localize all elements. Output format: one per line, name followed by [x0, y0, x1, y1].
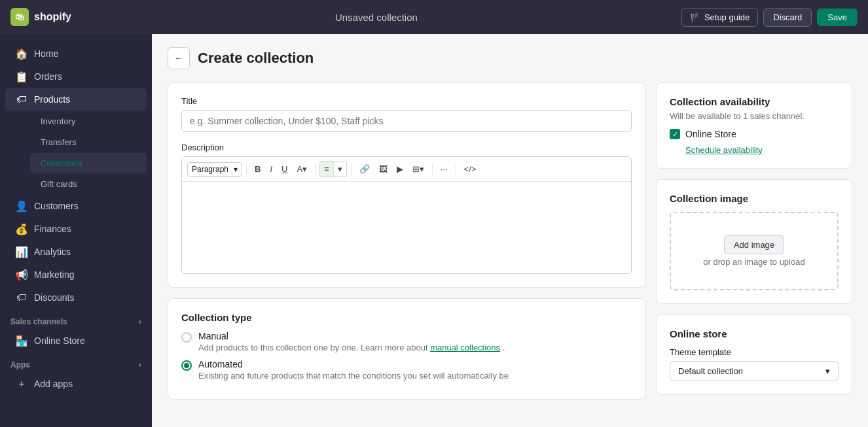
- manual-radio-row: Manual Add products to this collection o…: [181, 331, 632, 352]
- customers-icon: 👤: [16, 200, 27, 212]
- code-button[interactable]: </>: [460, 162, 480, 177]
- divider-5: [456, 163, 456, 175]
- sidebar-item-add-apps[interactable]: ＋ Add apps: [5, 373, 147, 395]
- products-icon: 🏷: [16, 94, 27, 105]
- discard-button[interactable]: Discard: [763, 8, 812, 27]
- italic-button[interactable]: I: [266, 162, 276, 177]
- sidebar-item-marketing[interactable]: 📢 Marketing: [5, 264, 147, 286]
- finances-icon: 💰: [16, 223, 27, 235]
- back-button[interactable]: ←: [168, 47, 190, 69]
- main-card: Title Description Paragraph ▾: [168, 82, 645, 288]
- chevron-right-icon: ›: [139, 317, 141, 326]
- online-store-section-title: Online store: [670, 328, 839, 339]
- automated-radio-row: Automated Existing and future products t…: [181, 359, 632, 381]
- main-content: ← Create collection Title Description: [152, 34, 868, 427]
- content-grid: Title Description Paragraph ▾: [168, 82, 852, 400]
- image-button[interactable]: 🖼: [375, 162, 391, 177]
- layout: 🏠 Home 📋 Orders 🏷 Products Inventory Tra…: [0, 34, 868, 427]
- collection-type-title: Collection type: [181, 312, 632, 323]
- video-button[interactable]: ▶: [393, 162, 407, 177]
- alignment-group: ≡ ▾: [319, 161, 347, 177]
- align-left-button[interactable]: ≡: [320, 162, 334, 177]
- chevron-right-icon-apps: ›: [139, 360, 141, 369]
- sidebar-item-inventory[interactable]: Inventory: [30, 111, 147, 131]
- topbar-actions: 🏴 Setup guide Discard Save: [681, 8, 858, 27]
- marketing-icon: 📢: [16, 269, 27, 281]
- paragraph-dropdown[interactable]: Paragraph ▾: [187, 162, 242, 177]
- image-icon: 🖼: [379, 164, 388, 174]
- shopify-bag-icon: 🛍: [10, 8, 29, 26]
- sales-channels-section: Sales channels ›: [0, 309, 152, 329]
- toolbar: Paragraph ▾ B I: [182, 157, 631, 182]
- alignment-container: ≡ ▾ Alignment: [319, 161, 347, 177]
- more-button[interactable]: ···: [437, 162, 452, 177]
- sidebar-item-gift-cards[interactable]: Gift cards: [30, 174, 147, 194]
- schedule-availability-link[interactable]: Schedule availability: [685, 145, 763, 155]
- image-upload-area[interactable]: Add image or drop an image to upload: [670, 212, 839, 290]
- table-button[interactable]: ⊞▾: [408, 162, 428, 177]
- collection-image-title: Collection image: [670, 193, 839, 204]
- sidebar-item-finances[interactable]: 💰 Finances: [5, 218, 147, 240]
- sidebar-item-online-store[interactable]: 🏪 Online Store: [5, 330, 147, 352]
- sidebar-item-home[interactable]: 🏠 Home: [5, 43, 147, 65]
- discounts-icon: 🏷: [16, 292, 27, 303]
- table-icon: ⊞▾: [412, 164, 424, 174]
- divider-4: [432, 163, 433, 175]
- page-header: ← Create collection: [168, 47, 852, 69]
- divider-2: [315, 163, 316, 175]
- topbar-title: Unsaved collection: [82, 12, 671, 23]
- online-store-label: Online Store: [685, 129, 736, 139]
- home-icon: 🏠: [16, 48, 27, 60]
- right-col: Collection availability Will be availabl…: [656, 82, 852, 400]
- analytics-icon: 📊: [16, 246, 27, 258]
- title-input[interactable]: [181, 110, 632, 132]
- divider-3: [351, 163, 352, 175]
- sidebar: 🏠 Home 📋 Orders 🏷 Products Inventory Tra…: [0, 34, 152, 427]
- manual-radio[interactable]: [181, 332, 192, 343]
- sidebar-item-customers[interactable]: 👤 Customers: [5, 195, 147, 217]
- availability-subtitle: Will be available to 1 sales channel.: [670, 111, 839, 121]
- select-chevron-icon: ▾: [825, 366, 830, 376]
- online-store-icon: 🏪: [16, 335, 27, 347]
- automated-desc: Existing and future products that match …: [198, 371, 509, 381]
- logo-text: shopify: [34, 11, 71, 23]
- chevron-down-icon: ▾: [338, 164, 342, 174]
- sidebar-item-products[interactable]: 🏷 Products: [5, 88, 147, 111]
- left-col: Title Description Paragraph ▾: [168, 82, 645, 400]
- manual-collections-link[interactable]: manual collections: [430, 343, 500, 352]
- theme-template-label: Theme template: [670, 347, 839, 357]
- online-store-checkbox[interactable]: ✓: [670, 129, 680, 139]
- font-color-button[interactable]: A▾: [293, 162, 311, 177]
- sidebar-item-discounts[interactable]: 🏷 Discounts: [5, 286, 147, 309]
- automated-content: Automated Existing and future products t…: [198, 359, 509, 381]
- video-icon: ▶: [397, 164, 403, 174]
- save-button[interactable]: Save: [817, 9, 858, 26]
- description-editor: Paragraph ▾ B I: [181, 156, 632, 274]
- automated-radio[interactable]: [181, 360, 192, 371]
- link-button[interactable]: 🔗: [355, 162, 374, 177]
- link-icon: 🔗: [359, 164, 370, 174]
- align-left-icon: ≡: [324, 164, 329, 174]
- sidebar-item-analytics[interactable]: 📊 Analytics: [5, 241, 147, 263]
- availability-card: Collection availability Will be availabl…: [656, 82, 852, 169]
- description-label: Description: [181, 143, 632, 152]
- underline-button[interactable]: U: [278, 162, 291, 177]
- title-label: Title: [181, 96, 632, 106]
- topbar: 🛍 shopify Unsaved collection 🏴 Setup gui…: [0, 0, 868, 34]
- editor-area[interactable]: [182, 182, 631, 273]
- apps-section: Apps ›: [0, 352, 152, 372]
- alignment-dropdown-button[interactable]: ▾: [334, 162, 346, 177]
- online-store-checkbox-row: ✓ Online Store: [670, 129, 839, 139]
- collection-image-card: Collection image Add image or drop an im…: [656, 179, 852, 304]
- sidebar-item-transfers[interactable]: Transfers: [30, 132, 147, 152]
- sidebar-item-orders[interactable]: 📋 Orders: [5, 65, 147, 88]
- bold-button[interactable]: B: [251, 162, 264, 177]
- theme-template-select[interactable]: Default collection ▾: [670, 361, 839, 381]
- font-color-icon: A▾: [297, 164, 307, 174]
- manual-content: Manual Add products to this collection o…: [198, 331, 505, 352]
- divider-1: [246, 163, 247, 175]
- back-arrow-icon: ←: [174, 53, 183, 63]
- sidebar-item-collections[interactable]: Collections: [30, 153, 147, 173]
- add-image-button[interactable]: Add image: [724, 235, 784, 254]
- setup-guide-button[interactable]: 🏴 Setup guide: [681, 8, 758, 27]
